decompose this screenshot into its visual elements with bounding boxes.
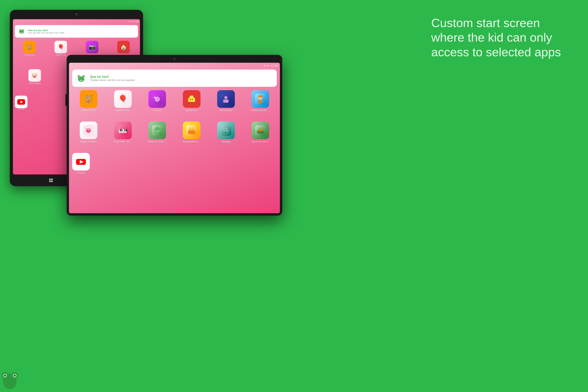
large-tablet-screen: ✦ ▾ ▪ 17:36 Que tal Ja: [69, 63, 280, 213]
app-icon-trip-large: [252, 122, 269, 139]
svg-rect-54: [124, 129, 126, 131]
svg-rect-30: [190, 99, 191, 100]
svg-point-37: [258, 100, 262, 103]
app-icon-plants-large: [148, 122, 166, 139]
app-icon-camara-large: [148, 90, 166, 108]
app-item-piano-large[interactable]: Piano Kids - Music Son...: [106, 122, 139, 143]
battery-icon-large: ▪: [269, 64, 270, 67]
app-grid-large-row2: Peppa Paintbox: [72, 122, 277, 143]
svg-point-77: [258, 128, 260, 130]
app-item-plants-large[interactable]: Plants vs. Zombies FREE: [141, 122, 174, 143]
app-item-trip-large[interactable]: Trip to the zoo for kids: [244, 122, 277, 143]
bluetooth-icon-small: ✦: [128, 20, 130, 23]
battery-icon-small: ▪: [133, 20, 134, 23]
large-tablet: ✦ ▾ ▪ 17:36 Que tal Ja: [67, 55, 282, 216]
svg-point-20: [78, 76, 80, 77]
app-icon-swampy-large: [217, 122, 235, 139]
app-item-balloon-small[interactable]: 🎈 Balloon Pop!: [46, 41, 75, 56]
svg-rect-12: [49, 180, 51, 182]
svg-point-5: [20, 30, 20, 30]
app-item-camara-small[interactable]: 📷 Camara: [78, 41, 106, 56]
svg-rect-62: [188, 130, 195, 134]
svg-point-44: [89, 130, 90, 132]
app-label-yt-large: YT Kids: [77, 172, 85, 174]
app-label-swampy-large: Swampy: [222, 140, 230, 143]
app-label-balloon-large: Balloon Pop!: [116, 109, 130, 112]
svg-point-25: [156, 98, 158, 100]
svg-point-43: [87, 130, 88, 132]
time-large: 17:36: [271, 64, 278, 67]
app-icon-yt-large: [72, 153, 90, 170]
svg-rect-13: [51, 180, 53, 182]
app-item-camara-large[interactable]: Camara: [141, 90, 174, 112]
svg-point-58: [155, 130, 158, 132]
app-label-animal-puzzle-large: AnimalPuzzle: [81, 109, 96, 112]
yt-icon-small: [17, 99, 25, 105]
app-icon-balloon-small: 🎈: [54, 41, 67, 53]
svg-point-73: [226, 129, 228, 130]
svg-rect-34: [223, 100, 228, 103]
hero-text: Custom start screen where the kid can on…: [431, 16, 568, 60]
app-item-yt-small[interactable]: YT Kids: [15, 96, 28, 110]
app-item-swampy-large[interactable]: Swampy: [210, 122, 242, 143]
svg-rect-53: [121, 129, 122, 131]
svg-rect-31: [192, 99, 193, 100]
svg-rect-52: [120, 129, 121, 131]
status-bar-large: ✦ ▾ ▪ 17:36: [69, 63, 280, 68]
app-item-marcus-large[interactable]: MarcusLevel: [210, 90, 242, 112]
svg-point-33: [224, 96, 228, 99]
welcome-text-small: How are you Javi! If you get tired, you …: [28, 29, 64, 34]
piano-svg: [118, 125, 128, 136]
avatar-small: [17, 27, 26, 36]
svg-point-38: [258, 95, 262, 98]
svg-point-42: [88, 128, 91, 130]
status-bar-small: ✦ ▾ ▪ 5:39: [13, 19, 140, 24]
app-label-animal-puzzle-small: AnimalPuzzle: [24, 54, 35, 56]
welcome-text-large: Que tal Javi! Puedes hacer una foto con …: [90, 75, 135, 82]
welcome-title-large: Que tal Javi!: [90, 75, 135, 78]
app-icon-masha-large: [252, 90, 269, 108]
app-item-balloon-large[interactable]: 🎈 Balloon Pop!: [106, 90, 139, 112]
wifi-icon-small: ▾: [131, 20, 132, 23]
app-label-peppa-small: Peppa Paintbox: [28, 82, 41, 84]
app-label-plants-large: Plants vs. Zombies FREE: [148, 140, 166, 143]
app-icon-animal-puzzle-small: 🐒: [23, 41, 36, 53]
svg-rect-28: [188, 98, 195, 102]
app-label-piano-large: Piano Kids - Music Son...: [114, 140, 132, 143]
app-item-peppa-large[interactable]: Peppa Paintbox: [72, 122, 105, 143]
svg-point-45: [88, 132, 89, 132]
app-icon-balloon-large: 🎈: [114, 90, 132, 108]
app-item-yt-large[interactable]: YT Kids: [72, 153, 90, 174]
app-label-marcus-large: MarcusLevel: [219, 109, 233, 112]
masha-svg: [255, 94, 266, 104]
app-label-yt-small: YT Kids: [18, 108, 24, 110]
frog-avatar-small: [18, 28, 25, 35]
svg-point-66: [192, 127, 194, 129]
svg-point-6: [23, 30, 24, 30]
app-item-house-small[interactable]: 🏠: [109, 41, 138, 56]
app-icon-camara-small: 📷: [86, 41, 98, 53]
nav-recents-small[interactable]: [48, 177, 54, 184]
wifi-icon-large: ▾: [266, 64, 268, 67]
time-small: 5:39: [134, 20, 138, 23]
peppa-svg: [83, 125, 94, 136]
app-label-gamekids-large: GameKids 5: [185, 109, 198, 112]
svg-rect-11: [51, 178, 53, 180]
svg-point-60: [156, 126, 159, 129]
svg-rect-55: [126, 129, 127, 131]
app-item-peppa-small[interactable]: 🐷 Peppa Paintbox: [15, 69, 54, 84]
side-button-large: [66, 94, 67, 106]
welcome-card-small: How are you Javi! If you get tired, you …: [15, 25, 138, 38]
app-item-masha-large[interactable]: Masha and the Bear. Ed...: [244, 90, 277, 112]
app-icon-animal-puzzle-large: 🐒: [80, 90, 98, 108]
gamekids-svg: [186, 94, 197, 104]
app-item-animal-puzzle-large[interactable]: 🐒 AnimalPuzzle: [72, 90, 105, 112]
svg-point-88: [4, 374, 6, 376]
svg-point-78: [261, 128, 262, 130]
app-item-sandcastle-large[interactable]: Sandcastle Badge: [175, 122, 208, 143]
recents-icon-small: [48, 178, 53, 183]
svg-point-21: [83, 76, 84, 77]
yt-icon-large: [75, 156, 87, 168]
app-item-animal-puzzle-small[interactable]: 🐒 AnimalPuzzle: [15, 41, 44, 56]
app-item-gamekids-large[interactable]: GameKids 5: [175, 90, 208, 112]
